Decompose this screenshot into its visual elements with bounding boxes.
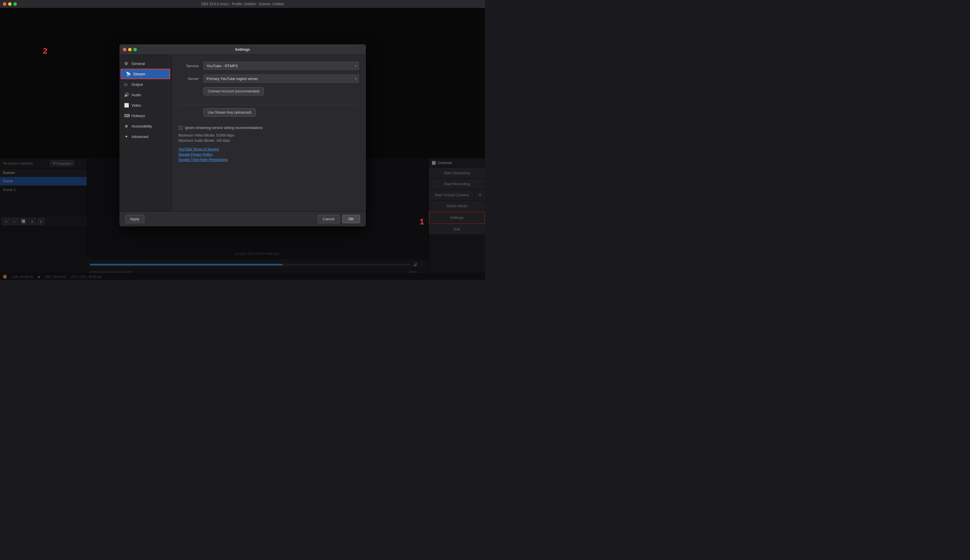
modal-overlay: Settings ⚙ General 📡 Stream ▷ O bbox=[0, 8, 485, 280]
stream-settings-content: Service YouTube - RTMPS ▾ Server bbox=[172, 55, 366, 211]
sidebar-item-label: Hotkeys bbox=[132, 113, 145, 118]
advanced-icon: ✦ bbox=[124, 134, 129, 139]
sidebar-item-hotkeys[interactable]: ⌨ Hotkeys bbox=[120, 110, 171, 121]
modal-footer: Apply Cancel OK bbox=[120, 211, 366, 227]
settings-modal: Settings ⚙ General 📡 Stream ▷ O bbox=[120, 44, 366, 227]
modal-titlebar: Settings bbox=[120, 44, 366, 55]
server-control: Primary YouTube ingest server ▾ bbox=[203, 75, 359, 83]
sidebar-item-video[interactable]: ⬜ Video bbox=[120, 100, 171, 110]
sidebar-item-stream[interactable]: 📡 Stream bbox=[121, 69, 170, 79]
sidebar-item-audio[interactable]: 🔊 Audio bbox=[120, 90, 171, 100]
stream-icon: 📡 bbox=[126, 72, 130, 76]
sidebar-item-label: Video bbox=[132, 103, 141, 108]
titlebar: OBS 29.0.0 (mac) - Profile: Untitled - S… bbox=[0, 0, 485, 8]
modal-minimize-button[interactable] bbox=[128, 48, 132, 51]
sidebar-item-accessibility[interactable]: ⊕ Accessibility bbox=[120, 121, 171, 131]
window-title: OBS 29.0.0 (mac) - Profile: Untitled - S… bbox=[201, 2, 284, 6]
max-video-bitrate-text: Maximum Video Bitrate: 51000 kbps bbox=[178, 133, 359, 137]
gear-icon: ⚙ bbox=[124, 61, 129, 66]
traffic-lights bbox=[3, 2, 17, 6]
service-select[interactable]: YouTube - RTMPS bbox=[203, 62, 359, 70]
close-button[interactable] bbox=[3, 2, 7, 6]
sidebar-item-label: Advanced bbox=[132, 135, 148, 139]
sidebar-item-output[interactable]: ▷ Output bbox=[120, 79, 171, 90]
output-icon: ▷ bbox=[124, 82, 129, 87]
settings-sidebar: ⚙ General 📡 Stream ▷ Output 🔊 Audio bbox=[120, 55, 172, 211]
google-privacy-link[interactable]: Google Privacy Policy bbox=[178, 152, 359, 157]
sidebar-item-advanced[interactable]: ✦ Advanced bbox=[120, 131, 171, 142]
ignore-recommendations-row: Ignore streaming service setting recomme… bbox=[178, 126, 359, 130]
ignore-recommendations-label: Ignore streaming service setting recomme… bbox=[185, 126, 263, 130]
minimize-button[interactable] bbox=[8, 2, 12, 6]
service-row: Service YouTube - RTMPS ▾ bbox=[178, 62, 359, 70]
ignore-recommendations-checkbox[interactable] bbox=[178, 126, 183, 130]
hotkeys-icon: ⌨ bbox=[124, 113, 129, 118]
youtube-tos-link[interactable]: YouTube Terms of Service bbox=[178, 147, 359, 151]
modal-title: Settings bbox=[235, 47, 250, 52]
apply-button[interactable]: Apply bbox=[125, 215, 145, 223]
ok-button[interactable]: OK bbox=[342, 215, 360, 223]
sidebar-item-label: Audio bbox=[132, 93, 141, 97]
connect-account-button[interactable]: Connect Account (recommended) bbox=[203, 87, 264, 95]
divider bbox=[178, 105, 359, 105]
modal-zoom-button[interactable] bbox=[133, 48, 137, 51]
server-label: Server bbox=[178, 77, 199, 81]
modal-close-button[interactable] bbox=[123, 48, 127, 51]
footer-right: Cancel OK bbox=[318, 215, 360, 223]
cancel-button[interactable]: Cancel bbox=[318, 215, 339, 223]
step-1-indicator: 1 bbox=[420, 217, 424, 227]
maximize-button[interactable] bbox=[13, 2, 17, 6]
sidebar-item-label: Output bbox=[132, 82, 143, 87]
modal-body: ⚙ General 📡 Stream ▷ Output 🔊 Audio bbox=[120, 55, 366, 211]
server-select[interactable]: Primary YouTube ingest server bbox=[203, 75, 359, 83]
accessibility-icon: ⊕ bbox=[124, 124, 129, 128]
audio-icon: 🔊 bbox=[124, 92, 129, 97]
sidebar-item-general[interactable]: ⚙ General bbox=[120, 58, 171, 69]
sidebar-item-label: Stream bbox=[133, 72, 145, 76]
service-control: YouTube - RTMPS ▾ bbox=[203, 62, 359, 70]
server-row: Server Primary YouTube ingest server ▾ bbox=[178, 75, 359, 83]
step-2-indicator: 2 bbox=[43, 47, 48, 56]
modal-traffic-lights bbox=[123, 48, 137, 51]
sidebar-item-label: Accessibility bbox=[132, 124, 152, 128]
use-stream-key-button[interactable]: Use Stream Key (advanced) bbox=[203, 108, 256, 117]
sidebar-item-label: General bbox=[132, 62, 145, 66]
obs-main: No source selected ⚙ Properties ⋮ Scenes… bbox=[0, 8, 485, 280]
service-label: Service bbox=[178, 64, 199, 68]
video-icon: ⬜ bbox=[124, 103, 129, 108]
max-audio-bitrate-text: Maximum Audio Bitrate: 160 kbps bbox=[178, 138, 359, 143]
google-third-party-link[interactable]: Google Third-Party Permissions bbox=[178, 158, 359, 162]
